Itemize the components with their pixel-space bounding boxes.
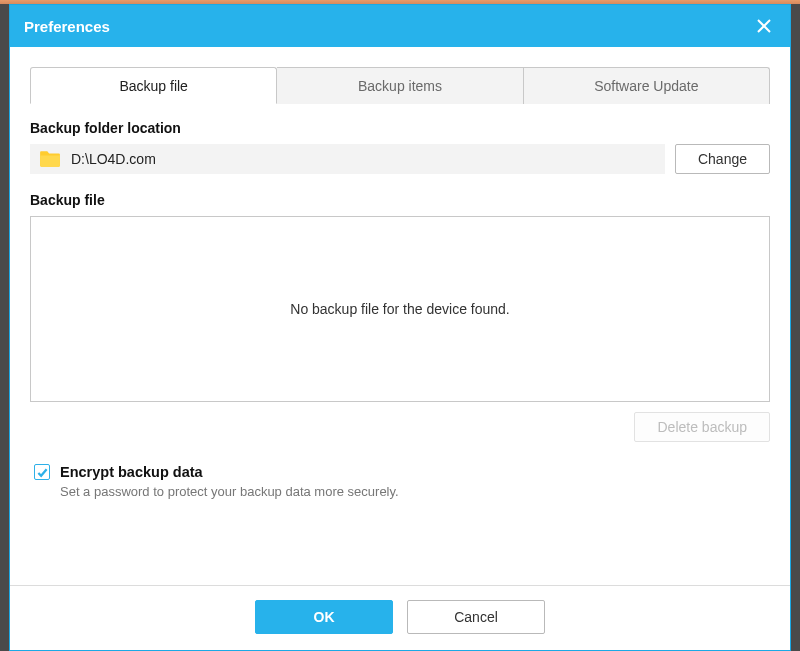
encrypt-checkbox[interactable] bbox=[34, 464, 50, 480]
close-icon[interactable] bbox=[752, 14, 776, 38]
change-button[interactable]: Change bbox=[675, 144, 770, 174]
ok-button[interactable]: OK bbox=[255, 600, 393, 634]
delete-backup-button: Delete backup bbox=[634, 412, 770, 442]
window-title: Preferences bbox=[24, 18, 110, 35]
backup-file-list: No backup file for the device found. bbox=[30, 216, 770, 402]
folder-path-text: D:\LO4D.com bbox=[71, 151, 156, 167]
delete-row: Delete backup bbox=[30, 412, 770, 442]
encrypt-checkbox-row: Encrypt backup data bbox=[34, 464, 770, 480]
folder-section-label: Backup folder location bbox=[30, 120, 770, 136]
folder-icon bbox=[39, 150, 61, 168]
backup-empty-message: No backup file for the device found. bbox=[290, 301, 509, 317]
titlebar: Preferences bbox=[10, 5, 790, 47]
encrypt-description: Set a password to protect your backup da… bbox=[60, 484, 770, 499]
tab-backup-file[interactable]: Backup file bbox=[30, 67, 277, 104]
folder-row: D:\LO4D.com Change bbox=[30, 144, 770, 174]
backup-section-label: Backup file bbox=[30, 192, 770, 208]
encrypt-label: Encrypt backup data bbox=[60, 464, 203, 480]
tab-software-update[interactable]: Software Update bbox=[524, 67, 770, 104]
tab-backup-items[interactable]: Backup items bbox=[277, 67, 523, 104]
preferences-window: Preferences Backup file Backup items Sof… bbox=[9, 4, 791, 651]
dialog-footer: OK Cancel bbox=[10, 585, 790, 650]
folder-path-display: D:\LO4D.com bbox=[30, 144, 665, 174]
tab-bar: Backup file Backup items Software Update bbox=[30, 67, 770, 104]
cancel-button[interactable]: Cancel bbox=[407, 600, 545, 634]
encrypt-section: Encrypt backup data Set a password to pr… bbox=[30, 464, 770, 499]
content-area: Backup file Backup items Software Update… bbox=[10, 47, 790, 499]
